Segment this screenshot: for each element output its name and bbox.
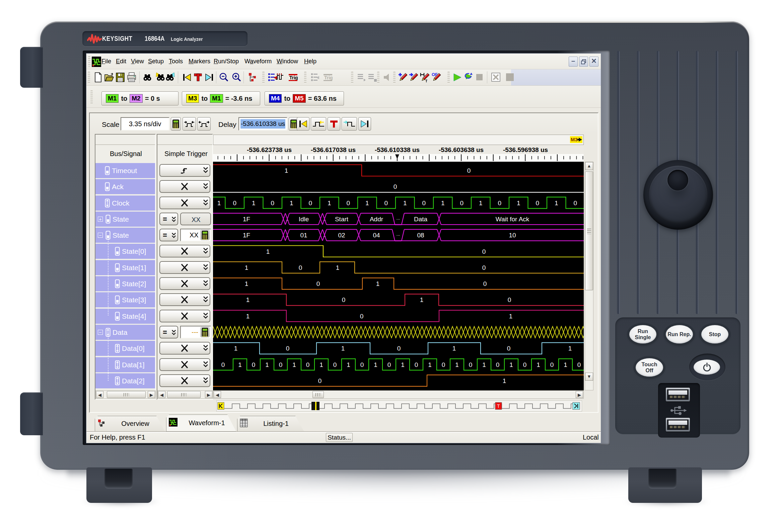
svg-text:0: 0	[317, 280, 320, 287]
svg-text:04: 04	[373, 232, 380, 239]
svg-text:..: ..	[323, 217, 325, 222]
svg-text:08: 08	[417, 232, 424, 239]
svg-text:0: 0	[333, 361, 337, 368]
svg-text:1: 1	[246, 296, 250, 303]
svg-text:1: 1	[428, 361, 432, 368]
svg-text:0: 0	[393, 183, 397, 190]
svg-text:0: 0	[460, 199, 463, 206]
svg-text:0: 0	[384, 199, 388, 206]
svg-text:T: T	[425, 79, 427, 83]
svg-text:1: 1	[285, 167, 288, 174]
svg-text:0: 0	[252, 361, 255, 368]
svg-text:-536.617038 us: -536.617038 us	[311, 146, 356, 153]
svg-text:0: 0	[360, 361, 364, 368]
svg-text:0: 0	[299, 264, 303, 271]
svg-text:02: 02	[338, 232, 345, 239]
svg-text:0: 0	[279, 361, 283, 368]
svg-text:0: 0	[388, 361, 391, 368]
svg-text:-536.610338 us: -536.610338 us	[375, 146, 420, 153]
svg-text:0: 0	[482, 248, 486, 255]
svg-text:0: 0	[233, 199, 237, 206]
svg-text:1: 1	[555, 199, 558, 206]
svg-text:1: 1	[503, 377, 506, 384]
svg-text:1F: 1F	[243, 216, 250, 223]
svg-text:..: ..	[323, 233, 325, 238]
svg-text:Addr: Addr	[370, 216, 384, 223]
svg-text:...: ...	[396, 232, 400, 237]
svg-text:1: 1	[327, 199, 331, 206]
svg-text:Start: Start	[335, 216, 349, 223]
svg-text:1: 1	[234, 345, 238, 352]
svg-text:1: 1	[455, 361, 459, 368]
svg-text:1: 1	[245, 280, 249, 287]
svg-text:1: 1	[403, 199, 407, 206]
svg-text:1: 1	[517, 199, 521, 206]
svg-text:1: 1	[453, 345, 456, 352]
svg-text:-536.603638 us: -536.603638 us	[439, 146, 484, 153]
svg-text:1: 1	[479, 199, 483, 206]
svg-text:1: 1	[536, 361, 540, 368]
svg-text:Trig: Trig	[324, 75, 333, 80]
svg-text:0: 0	[482, 264, 486, 271]
svg-text:0: 0	[573, 199, 577, 206]
svg-text:0: 0	[498, 199, 501, 206]
svg-text:0: 0	[523, 361, 527, 368]
svg-text:1F: 1F	[243, 232, 250, 239]
svg-text:0: 0	[346, 199, 350, 206]
svg-text:1: 1	[482, 361, 486, 368]
svg-text:...: ...	[396, 216, 400, 221]
svg-text:1: 1	[509, 313, 513, 320]
svg-text:M3: M3	[571, 137, 578, 142]
svg-text:0: 0	[469, 361, 472, 368]
svg-text:0: 0	[306, 361, 310, 368]
svg-text:Trig: Trig	[289, 75, 298, 80]
svg-text:0: 0	[221, 361, 225, 368]
svg-text:1: 1	[238, 361, 242, 368]
svg-text:1: 1	[265, 361, 269, 368]
svg-text:1: 1	[401, 361, 404, 368]
svg-text:Data: Data	[414, 216, 428, 223]
svg-text:0: 0	[496, 361, 500, 368]
svg-text:0: 0	[271, 199, 274, 206]
svg-text:1: 1	[420, 296, 424, 303]
svg-text:..: ..	[286, 217, 288, 222]
svg-text:0: 0	[397, 345, 401, 352]
svg-text:0: 0	[286, 345, 290, 352]
svg-text:1: 1	[374, 361, 378, 368]
svg-text:T: T	[497, 404, 500, 409]
svg-text:Idle: Idle	[299, 216, 309, 223]
svg-text:1: 1	[320, 361, 323, 368]
svg-text:0: 0	[415, 361, 418, 368]
svg-text:0: 0	[442, 361, 446, 368]
svg-text:1: 1	[441, 199, 445, 206]
svg-text:-536.596938 us: -536.596938 us	[503, 146, 548, 153]
svg-text:0: 0	[508, 296, 511, 303]
svg-text:-536.623738 us: -536.623738 us	[247, 146, 292, 153]
svg-text:0: 0	[507, 345, 511, 352]
svg-text:10: 10	[509, 232, 516, 239]
svg-text:0: 0	[535, 199, 539, 206]
svg-text:Wait for Ack: Wait for Ack	[496, 216, 530, 223]
svg-text:0: 0	[550, 361, 554, 368]
svg-text:1: 1	[252, 199, 255, 206]
svg-text:1: 1	[246, 313, 250, 320]
svg-text:1: 1	[376, 280, 380, 287]
svg-text:01: 01	[300, 232, 307, 239]
svg-text:..: ..	[286, 233, 288, 238]
svg-text:1: 1	[568, 345, 572, 352]
svg-text:1: 1	[266, 248, 270, 255]
svg-text:1: 1	[347, 361, 350, 368]
svg-text:1: 1	[245, 264, 249, 271]
svg-text:1: 1	[509, 361, 513, 368]
svg-text:0: 0	[467, 167, 471, 174]
svg-text:1: 1	[290, 199, 293, 206]
svg-text:0: 0	[422, 199, 426, 206]
svg-text:1: 1	[217, 199, 221, 206]
svg-text:0: 0	[309, 199, 312, 206]
svg-text:0: 0	[342, 296, 346, 303]
svg-text:0: 0	[483, 280, 487, 287]
svg-text:1: 1	[365, 199, 369, 206]
svg-text:1: 1	[341, 345, 345, 352]
svg-text:1: 1	[336, 264, 340, 271]
svg-text:0: 0	[577, 361, 581, 368]
